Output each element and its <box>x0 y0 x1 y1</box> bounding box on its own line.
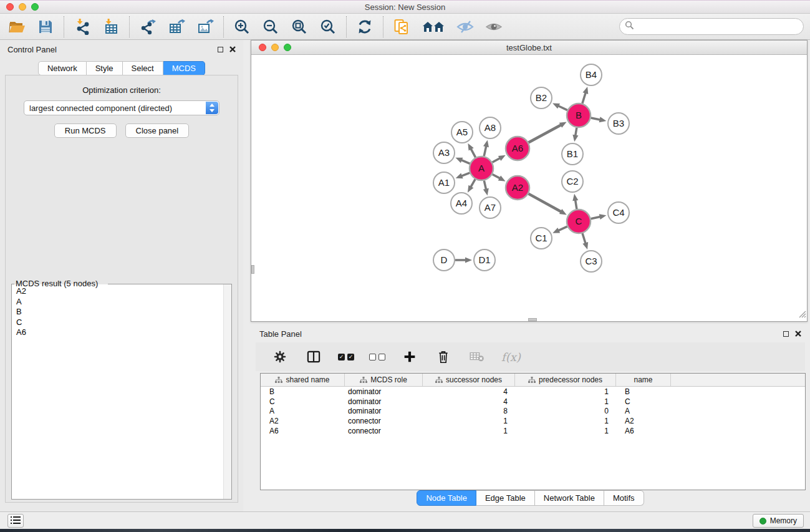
tab-mcds[interactable]: MCDS <box>163 61 205 75</box>
graph-edge[interactable] <box>582 92 586 104</box>
tab-style[interactable]: Style <box>87 61 123 75</box>
column-header-name[interactable]: name <box>616 374 671 386</box>
graph-node-B3[interactable]: B3 <box>608 113 629 134</box>
graph-node-C3[interactable]: C3 <box>581 251 602 272</box>
column-header-predecessor-nodes[interactable]: predecessor nodes <box>515 374 616 386</box>
zoom-fit-button[interactable] <box>290 17 309 36</box>
graph-edge[interactable] <box>582 233 586 244</box>
graph-edge[interactable] <box>461 160 470 163</box>
select-all-button[interactable]: ✓✓ <box>338 354 354 360</box>
mcds-result-list[interactable]: A2ABCA6 <box>12 286 223 498</box>
refresh-view-button[interactable] <box>355 17 374 36</box>
graph-node-A8[interactable]: A8 <box>480 117 501 138</box>
search-input[interactable] <box>637 21 803 33</box>
graph-edge[interactable] <box>470 179 475 187</box>
window-resize-grip[interactable] <box>798 309 806 321</box>
graph-edge[interactable] <box>591 216 601 219</box>
home-layout-button[interactable] <box>421 17 446 36</box>
search-field[interactable] <box>619 18 804 35</box>
show-columns-button[interactable] <box>304 347 323 366</box>
graph-node-C4[interactable]: C4 <box>608 202 629 223</box>
zoom-out-button[interactable] <box>261 17 280 36</box>
hide-graphics-details-button[interactable] <box>456 17 475 36</box>
table-row[interactable]: A2connector11A2 <box>261 416 805 426</box>
export-image-button[interactable] <box>196 17 215 36</box>
graph-node-A2[interactable]: A2 <box>506 176 529 200</box>
close-table-panel-button[interactable] <box>795 331 801 337</box>
result-item[interactable]: B <box>12 307 223 317</box>
graph-edge[interactable] <box>493 174 501 178</box>
table-row[interactable]: Adominator80A <box>261 407 805 417</box>
graph-edge[interactable] <box>575 200 576 210</box>
table-row[interactable]: Bdominator41B <box>261 387 805 397</box>
graph-node-C[interactable]: C <box>567 210 591 233</box>
criterion-dropdown[interactable]: largest connected component (directed) <box>24 100 219 115</box>
graph-node-B[interactable]: B <box>567 104 591 127</box>
table-settings-button[interactable] <box>271 347 289 366</box>
tab-network[interactable]: Network <box>38 61 87 75</box>
result-item[interactable]: A2 <box>12 286 223 297</box>
open-session-button[interactable] <box>7 17 26 36</box>
graph-edge[interactable] <box>484 145 486 156</box>
graph-node-A4[interactable]: A4 <box>451 193 472 214</box>
graph-edge[interactable] <box>576 128 577 137</box>
graph-node-A1[interactable]: A1 <box>433 172 455 193</box>
canvas-vertical-scrollbar[interactable] <box>251 265 254 274</box>
add-column-button[interactable] <box>400 347 419 366</box>
table-row[interactable]: Cdominator41C <box>261 397 805 407</box>
close-panel-button[interactable] <box>229 46 236 52</box>
graph-node-C1[interactable]: C1 <box>531 228 552 249</box>
network-canvas[interactable]: B4B2BB3A8A5A6A3B1AC2A1A2A4A7C4CC1DC3D1 <box>251 55 807 321</box>
result-scrollbar[interactable] <box>223 284 231 499</box>
graph-node-A[interactable]: A <box>470 157 493 180</box>
zoom-in-button[interactable] <box>233 17 251 36</box>
table-row[interactable]: A6connector11A6 <box>261 426 805 436</box>
graph-node-B1[interactable]: B1 <box>562 143 583 165</box>
column-header-successor-nodes[interactable]: successor nodes <box>423 374 515 386</box>
graph-edge[interactable] <box>557 226 567 231</box>
task-history-button[interactable] <box>7 514 24 528</box>
graph-edge[interactable] <box>484 181 486 190</box>
tab-network-table[interactable]: Network Table <box>535 490 604 506</box>
graph-edge[interactable] <box>591 118 601 120</box>
graph-node-A3[interactable]: A3 <box>433 142 455 163</box>
result-item[interactable]: A6 <box>12 327 223 338</box>
result-item[interactable]: C <box>12 317 223 328</box>
graph-edge[interactable] <box>493 158 501 162</box>
graph-node-C2[interactable]: C2 <box>562 171 583 192</box>
canvas-horizontal-scrollbar[interactable] <box>528 318 537 321</box>
zoom-selected-button[interactable] <box>319 17 337 36</box>
graph-node-B2[interactable]: B2 <box>531 87 552 109</box>
delete-columns-button[interactable] <box>434 347 453 366</box>
graph-node-A7[interactable]: A7 <box>480 197 501 218</box>
memory-button[interactable]: Memory <box>753 514 804 528</box>
graph-node-A5[interactable]: A5 <box>451 122 473 143</box>
network-graph[interactable]: B4B2BB3A8A5A6A3B1AC2A1A2A4A7C4CC1DC3D1 <box>251 55 807 321</box>
import-table-button[interactable] <box>102 17 120 36</box>
tab-select[interactable]: Select <box>123 61 163 75</box>
new-network-from-selection-button[interactable] <box>392 17 411 36</box>
graph-edge[interactable] <box>529 194 562 212</box>
graph-node-B4[interactable]: B4 <box>581 64 602 85</box>
tab-motifs[interactable]: Motifs <box>604 490 644 506</box>
column-header-shared-name[interactable]: shared name <box>261 374 345 386</box>
graph-edge[interactable] <box>557 105 567 110</box>
float-table-panel-button[interactable] <box>783 331 789 337</box>
tab-node-table[interactable]: Node Table <box>417 490 476 506</box>
close-panel-button-mcds[interactable]: Close panel <box>125 123 190 138</box>
column-header-mcds-role[interactable]: MCDS role <box>345 374 423 386</box>
export-network-button[interactable] <box>138 17 157 36</box>
run-mcds-button[interactable]: Run MCDS <box>54 123 117 138</box>
result-item[interactable]: A <box>12 297 223 307</box>
float-panel-button[interactable] <box>218 47 223 52</box>
graph-node-D[interactable]: D <box>433 249 455 271</box>
graph-node-A6[interactable]: A6 <box>506 137 529 160</box>
tab-edge-table[interactable]: Edge Table <box>476 490 535 506</box>
save-session-button[interactable] <box>36 17 55 36</box>
show-graphics-details-button[interactable] <box>485 17 503 36</box>
graph-edge[interactable] <box>461 173 470 176</box>
graph-edge[interactable] <box>529 125 562 143</box>
deselect-all-button[interactable] <box>369 354 385 360</box>
network-window-titlebar[interactable]: testGlobe.txt <box>251 41 807 55</box>
import-network-button[interactable] <box>73 17 92 36</box>
